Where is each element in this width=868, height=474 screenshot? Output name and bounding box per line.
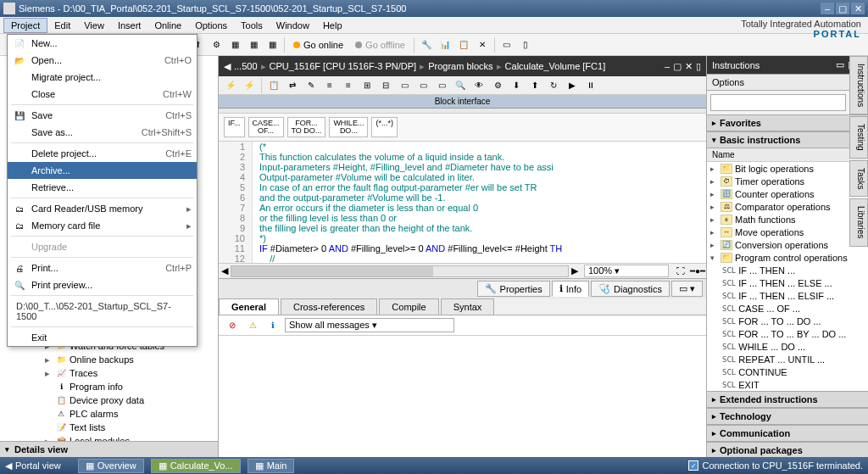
pane-icon[interactable]: ▭ (836, 59, 844, 70)
menu-window[interactable]: Window (270, 19, 316, 32)
instruction-group[interactable]: ▸🔢Counter operations (707, 187, 868, 200)
status-tab[interactable]: ▦Calculate_Vo... (151, 459, 241, 473)
instruction-item[interactable]: SCLFOR ... TO ... DO ... (707, 315, 868, 327)
ed-icon[interactable]: ⚡ (241, 77, 258, 94)
bottom-tab-properties[interactable]: 🔧Properties (477, 281, 550, 297)
delete-icon[interactable]: ✕ (474, 36, 491, 53)
menu-insert[interactable]: Insert (111, 19, 148, 32)
bottom-tab-diagnostics[interactable]: 🩺Diagnostics (591, 281, 670, 297)
favorites-section[interactable]: ▸Favorites (707, 114, 868, 131)
crumb-segment[interactable]: CPU_1516F [CPU 1516F-3 PN/DP] (270, 61, 417, 71)
go-offline-button[interactable]: Go offline (350, 40, 410, 50)
code-hint[interactable]: (*...*) (371, 117, 398, 137)
ed-icon[interactable]: ⬇ (508, 77, 525, 94)
code-hint[interactable]: CASE...OF... (248, 117, 284, 137)
instruction-item[interactable]: SCLEXIT (707, 378, 868, 391)
ed-icon[interactable]: ▭ (433, 77, 450, 94)
portal-view-button[interactable]: Portal view (15, 460, 61, 471)
tree-item[interactable]: ▸📁Online backups (0, 353, 218, 366)
zoom-select[interactable]: 100% ▾ (584, 265, 669, 277)
code-hint[interactable]: WHILE...DO... (329, 117, 368, 137)
tree-item[interactable]: ▸📦Local modules (0, 434, 218, 441)
close-button[interactable]: ✕ (851, 3, 865, 14)
ed-icon[interactable]: ⊟ (377, 77, 394, 94)
menu-item-save[interactable]: 💾SaveCtrl+S (8, 107, 197, 124)
tree-item[interactable]: ℹProgram info (0, 380, 218, 393)
side-tab-tasks[interactable]: Tasks (849, 160, 868, 198)
side-tab-libraries[interactable]: Libraries (849, 198, 868, 246)
ed-icon[interactable]: ⬆ (526, 77, 543, 94)
menu-item-archive-[interactable]: Archive... (8, 162, 197, 179)
menu-item-print-preview-[interactable]: 🔍Print preview... (8, 276, 197, 293)
menu-item-save-as-[interactable]: Save as...Ctrl+Shift+S (8, 124, 197, 141)
bottom-tab-extra[interactable]: ▭ ▾ (671, 281, 703, 297)
tree-item[interactable]: 📋Device proxy data (0, 393, 218, 407)
ed-icon[interactable]: ≡ (340, 77, 357, 94)
tree-item[interactable]: 📝Text lists (0, 421, 218, 434)
portal-back-icon[interactable]: ◀ (5, 460, 12, 471)
menu-project[interactable]: Project (3, 18, 47, 33)
instruction-item[interactable]: SCLIF ... THEN ... (707, 264, 868, 276)
pane-icon[interactable]: – (665, 61, 670, 72)
menu-item-new-[interactable]: 📄New... (8, 35, 197, 52)
ed-icon[interactable]: ▭ (415, 77, 431, 94)
instruction-group[interactable]: ▾📁Program control operations (707, 251, 868, 264)
menu-help[interactable]: Help (316, 19, 349, 32)
instruction-item[interactable]: SCLREPEAT ... UNTIL ... (707, 353, 868, 365)
menu-tools[interactable]: Tools (234, 19, 270, 32)
ed-icon[interactable]: ↻ (545, 77, 562, 94)
ed-icon[interactable]: ⚙ (489, 77, 506, 94)
compile-icon[interactable]: ⚙ (208, 36, 225, 53)
error-filter-icon[interactable]: ⊘ (224, 317, 241, 334)
ed-icon[interactable]: 👁 (470, 77, 487, 94)
scroll-left-icon[interactable]: ◀ (219, 265, 231, 276)
tb-icon[interactable]: 📋 (455, 36, 472, 53)
tb-icon[interactable]: ▭ (498, 36, 515, 53)
maximize-button[interactable]: ▢ (836, 3, 849, 14)
technology-section[interactable]: ▸Technology (707, 408, 868, 425)
ed-icon[interactable]: ▶ (564, 77, 581, 94)
ed-icon[interactable]: ⇄ (284, 77, 301, 94)
instruction-item[interactable]: SCLCASE ... OF ... (707, 302, 868, 315)
ed-icon[interactable]: ▭ (396, 77, 413, 94)
tb-icon[interactable]: ▦ (264, 36, 281, 53)
ed-icon[interactable]: ⚡ (222, 77, 239, 94)
menu-item-memory-card-file[interactable]: 🗂Memory card file▸ (8, 217, 197, 234)
zoom-fit-icon[interactable]: ⛶ (672, 263, 689, 280)
menu-item-retrieve-[interactable]: Retrieve... (8, 179, 197, 196)
menu-options[interactable]: Options (188, 19, 234, 32)
optional-packages-section[interactable]: ▸Optional packages (707, 442, 868, 459)
menu-item-migrate-project-[interactable]: Migrate project... (8, 69, 197, 86)
pane-icon[interactable]: ✕ (685, 61, 693, 72)
horizontal-scrollbar[interactable] (231, 265, 569, 277)
instruction-item[interactable]: SCLIF ... THEN ... ELSE ... (707, 276, 868, 289)
status-tab[interactable]: ▦Main (248, 459, 295, 473)
scroll-right-icon[interactable]: ▶ (569, 265, 581, 276)
instruction-item[interactable]: SCLIF ... THEN ... ELSIF ... (707, 289, 868, 302)
tb-icon[interactable]: 🔧 (418, 36, 435, 53)
instruction-group[interactable]: ▸±Math functions (707, 213, 868, 226)
status-tab[interactable]: ▦Overview (78, 459, 144, 473)
bottom-tab-info[interactable]: ℹInfo (552, 281, 589, 297)
tree-item[interactable]: ▸📈Traces (0, 366, 218, 380)
menu-item-card-reader-usb-memory[interactable]: 🗂Card Reader/USB memory▸ (8, 200, 197, 217)
subtab-general[interactable]: General (219, 298, 279, 315)
crumb-back-icon[interactable]: ◀ (224, 61, 231, 72)
tree-item[interactable]: ⚠PLC alarms (0, 407, 218, 421)
warning-filter-icon[interactable]: ⚠ (244, 317, 261, 334)
tb-icon[interactable]: 📊 (437, 36, 453, 53)
menu-edit[interactable]: Edit (47, 19, 77, 32)
recent-project[interactable]: D:\00_T...\052-201_Startup_SCL_S7-1500 (8, 298, 197, 325)
communication-section[interactable]: ▸Communication (707, 425, 868, 442)
instruction-item[interactable]: SCLCONTINUE (707, 365, 868, 378)
menu-item-delete-project-[interactable]: Delete project...Ctrl+E (8, 145, 197, 162)
subtab-syntax[interactable]: Syntax (441, 298, 495, 315)
instruction-item[interactable]: SCLWHILE ... DO ... (707, 340, 868, 353)
code-hint[interactable]: IF... (224, 117, 245, 137)
ed-icon[interactable]: ⊞ (359, 77, 376, 94)
ed-icon[interactable]: 📋 (265, 77, 282, 94)
instruction-group[interactable]: ▸⏱Timer operations (707, 175, 868, 187)
go-online-button[interactable]: Go online (288, 40, 348, 50)
tb-icon[interactable]: ▦ (226, 36, 243, 53)
info-filter-icon[interactable]: ℹ (264, 317, 281, 334)
